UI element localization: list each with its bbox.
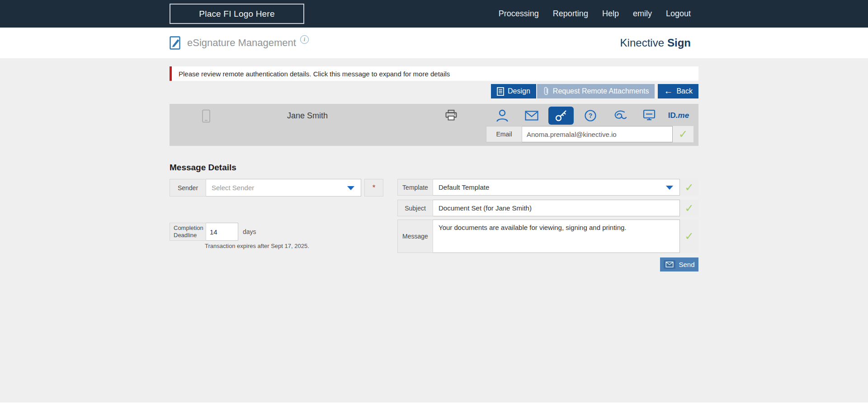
subject-valid-cell: ✓ bbox=[680, 200, 698, 216]
page-header: eSignature Management i KinectiveSign bbox=[0, 28, 868, 58]
brand-suffix: Sign bbox=[667, 37, 691, 49]
message-details-heading: Message Details bbox=[170, 163, 698, 173]
nav-help[interactable]: Help bbox=[602, 9, 619, 19]
template-dropdown[interactable]: Default Template bbox=[433, 179, 680, 196]
auth-signature-icon[interactable] bbox=[607, 107, 632, 125]
subject-row: Subject ✓ bbox=[397, 200, 698, 216]
completion-deadline-input[interactable] bbox=[206, 223, 238, 241]
email-valid-check-icon: ✓ bbox=[679, 128, 688, 140]
brand-name: Kinective bbox=[620, 37, 664, 49]
recipient-name: Jane Smith bbox=[264, 111, 350, 121]
template-valid-cell: ✓ bbox=[680, 179, 698, 196]
back-button-label: Back bbox=[676, 87, 693, 95]
send-button-label: Send bbox=[679, 261, 694, 268]
auth-method-row: ? ID.me bbox=[490, 107, 691, 125]
auth-user-icon[interactable] bbox=[490, 107, 515, 125]
sender-label: Sender bbox=[170, 179, 206, 196]
required-asterisk-icon: * bbox=[373, 183, 376, 192]
completion-deadline-row: Completion Deadline days bbox=[170, 223, 256, 241]
request-remote-attachments-button[interactable]: Request Remote Attachments bbox=[537, 84, 655, 98]
completion-deadline-label: Completion Deadline bbox=[170, 223, 206, 241]
template-row: Template Default Template ✓ bbox=[397, 179, 698, 196]
mobile-phone-icon bbox=[201, 109, 211, 125]
auth-kiosk-icon[interactable] bbox=[637, 107, 662, 125]
message-valid-check-icon: ✓ bbox=[684, 230, 693, 243]
nav-reporting[interactable]: Reporting bbox=[553, 9, 588, 19]
topbar: Place FI Logo Here Processing Reporting … bbox=[0, 0, 868, 28]
message-label: Message bbox=[397, 220, 433, 253]
back-arrow-icon: ← bbox=[664, 86, 673, 95]
idme-me-text: .me bbox=[676, 111, 689, 120]
alert-banner[interactable]: Please review remote authentication deta… bbox=[170, 66, 698, 81]
template-value: Default Template bbox=[439, 183, 489, 191]
template-valid-check-icon: ✓ bbox=[684, 181, 693, 194]
nav-processing[interactable]: Processing bbox=[499, 9, 539, 19]
sender-required-cell: * bbox=[364, 179, 383, 196]
page-title: eSignature Management bbox=[187, 37, 296, 49]
auth-idme-logo[interactable]: ID.me bbox=[666, 107, 691, 125]
recipient-email-row: Email ✓ bbox=[486, 126, 693, 142]
design-button-label: Design bbox=[508, 87, 530, 95]
top-navigation: Processing Reporting Help emily Logout bbox=[485, 9, 698, 19]
email-label: Email bbox=[486, 126, 522, 142]
chevron-down-icon bbox=[666, 186, 673, 190]
send-envelope-icon bbox=[664, 260, 675, 269]
request-button-label: Request Remote Attachments bbox=[553, 87, 649, 95]
fi-logo-text: Place FI Logo Here bbox=[199, 9, 274, 19]
printer-icon[interactable] bbox=[445, 110, 457, 122]
chevron-down-icon bbox=[347, 186, 354, 190]
paperclip-icon bbox=[543, 86, 549, 96]
subject-input[interactable] bbox=[433, 200, 680, 216]
subject-valid-check-icon: ✓ bbox=[684, 202, 693, 215]
svg-text:?: ? bbox=[589, 112, 593, 119]
nav-user[interactable]: emily bbox=[633, 9, 652, 19]
email-valid-cell: ✓ bbox=[673, 126, 693, 142]
auth-email-icon[interactable] bbox=[519, 107, 544, 125]
fi-logo-placeholder: Place FI Logo Here bbox=[170, 4, 304, 24]
email-input[interactable] bbox=[522, 126, 673, 142]
message-details-section: Sender Select Sender * Completion Deadli… bbox=[170, 179, 698, 276]
subject-label: Subject bbox=[397, 200, 433, 216]
back-button[interactable]: ← Back bbox=[658, 84, 698, 98]
sender-placeholder: Select Sender bbox=[212, 184, 254, 192]
completion-deadline-unit: days bbox=[243, 228, 256, 235]
send-button[interactable]: Send bbox=[660, 257, 698, 271]
auth-kba-question-icon[interactable]: ? bbox=[578, 107, 603, 125]
template-label: Template bbox=[397, 179, 433, 196]
message-textarea[interactable]: Your documents are available for viewing… bbox=[433, 220, 680, 253]
design-button[interactable]: Design bbox=[491, 84, 536, 98]
recipient-panel: Jane Smith bbox=[170, 104, 698, 146]
message-valid-cell: ✓ bbox=[680, 220, 698, 253]
design-document-icon bbox=[497, 87, 504, 96]
brand-logo: KinectiveSign bbox=[620, 37, 698, 49]
sender-row: Sender Select Sender * bbox=[170, 179, 383, 196]
main-content: Please review remote authentication deta… bbox=[0, 58, 868, 402]
alert-text: Please review remote authentication deta… bbox=[179, 70, 450, 78]
sender-dropdown[interactable]: Select Sender bbox=[206, 179, 361, 196]
esignature-document-icon bbox=[170, 36, 182, 50]
toolbar: Design Request Remote Attachments ← Back bbox=[170, 84, 698, 98]
transaction-expiry-note: Transaction expires after Sept 17, 2025. bbox=[205, 243, 309, 249]
idme-id-text: ID bbox=[668, 111, 676, 120]
auth-password-key-icon[interactable] bbox=[548, 107, 574, 125]
message-row: Message Your documents are available for… bbox=[397, 220, 698, 253]
info-icon[interactable]: i bbox=[300, 35, 309, 44]
nav-logout[interactable]: Logout bbox=[666, 9, 691, 19]
